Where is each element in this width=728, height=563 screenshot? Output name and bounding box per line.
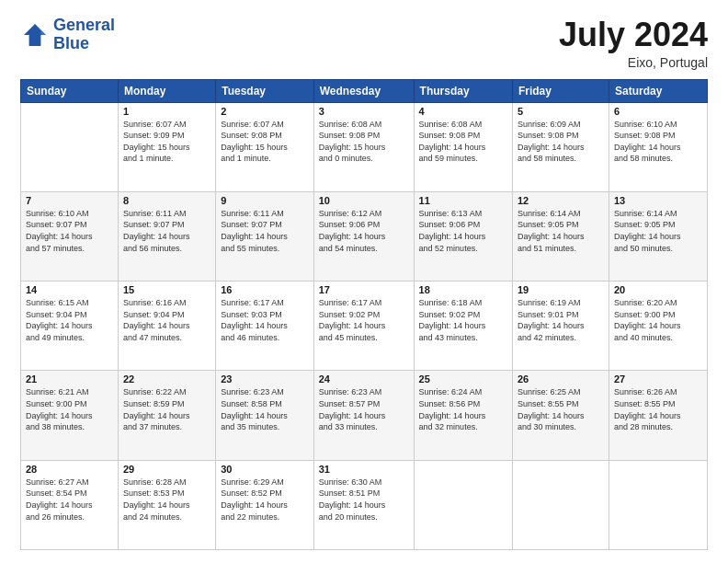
day-info: Sunrise: 6:14 AMSunset: 9:05 PMDaylight:… (614, 208, 702, 254)
calendar-cell: 24Sunrise: 6:23 AMSunset: 8:57 PMDayligh… (313, 371, 414, 460)
day-info: Sunrise: 6:10 AMSunset: 9:07 PMDaylight:… (26, 208, 113, 254)
calendar-cell: 31Sunrise: 6:30 AMSunset: 8:51 PMDayligh… (313, 460, 414, 549)
day-number: 7 (26, 195, 113, 206)
calendar-cell: 27Sunrise: 6:26 AMSunset: 8:55 PMDayligh… (609, 371, 707, 460)
calendar-cell: 25Sunrise: 6:24 AMSunset: 8:56 PMDayligh… (414, 371, 512, 460)
day-info: Sunrise: 6:29 AMSunset: 8:52 PMDaylight:… (221, 477, 309, 523)
weekday-header-tuesday: Tuesday (216, 79, 314, 102)
day-info: Sunrise: 6:27 AMSunset: 8:54 PMDaylight:… (26, 477, 113, 523)
day-info: Sunrise: 6:25 AMSunset: 8:55 PMDaylight:… (518, 386, 604, 432)
day-number: 3 (319, 106, 409, 117)
day-info: Sunrise: 6:19 AMSunset: 9:01 PMDaylight:… (518, 297, 604, 343)
weekday-header-saturday: Saturday (609, 79, 707, 102)
calendar-cell: 20Sunrise: 6:20 AMSunset: 9:00 PMDayligh… (609, 282, 707, 371)
day-number: 24 (319, 373, 409, 385)
day-number: 17 (319, 284, 409, 295)
day-number: 2 (221, 106, 309, 117)
calendar-cell: 11Sunrise: 6:13 AMSunset: 9:06 PMDayligh… (414, 191, 512, 281)
title-block: July 2024 Eixo, Portugal (559, 17, 708, 70)
week-row-3: 14Sunrise: 6:15 AMSunset: 9:04 PMDayligh… (21, 282, 708, 371)
day-number: 1 (123, 106, 210, 117)
day-number: 14 (26, 284, 113, 295)
day-number: 22 (123, 373, 210, 385)
calendar-cell: 30Sunrise: 6:29 AMSunset: 8:52 PMDayligh… (216, 460, 314, 549)
calendar-cell: 19Sunrise: 6:19 AMSunset: 9:01 PMDayligh… (512, 282, 609, 371)
day-number: 25 (419, 373, 507, 385)
calendar-cell: 29Sunrise: 6:28 AMSunset: 8:53 PMDayligh… (118, 460, 215, 549)
calendar-cell: 6Sunrise: 6:10 AMSunset: 9:08 PMDaylight… (609, 102, 707, 191)
calendar-cell: 21Sunrise: 6:21 AMSunset: 9:00 PMDayligh… (21, 371, 119, 460)
logo: General Blue (20, 17, 115, 53)
week-row-2: 7Sunrise: 6:10 AMSunset: 9:07 PMDaylight… (21, 191, 708, 281)
location: Eixo, Portugal (559, 55, 708, 70)
calendar-cell: 9Sunrise: 6:11 AMSunset: 9:07 PMDaylight… (216, 191, 314, 281)
calendar-cell: 4Sunrise: 6:08 AMSunset: 9:08 PMDaylight… (414, 102, 512, 191)
day-number: 15 (123, 284, 210, 295)
day-info: Sunrise: 6:15 AMSunset: 9:04 PMDaylight:… (26, 297, 113, 343)
calendar-cell: 14Sunrise: 6:15 AMSunset: 9:04 PMDayligh… (21, 282, 119, 371)
calendar-cell: 16Sunrise: 6:17 AMSunset: 9:03 PMDayligh… (216, 282, 314, 371)
day-info: Sunrise: 6:12 AMSunset: 9:06 PMDaylight:… (319, 208, 409, 254)
day-info: Sunrise: 6:22 AMSunset: 8:59 PMDaylight:… (123, 386, 210, 432)
calendar-cell: 17Sunrise: 6:17 AMSunset: 9:02 PMDayligh… (313, 282, 414, 371)
calendar-cell: 13Sunrise: 6:14 AMSunset: 9:05 PMDayligh… (609, 191, 707, 281)
day-number: 13 (614, 195, 702, 206)
day-number: 6 (614, 106, 702, 117)
day-number: 30 (221, 464, 309, 475)
day-number: 31 (319, 464, 409, 475)
day-info: Sunrise: 6:13 AMSunset: 9:06 PMDaylight:… (419, 208, 507, 254)
calendar-cell: 26Sunrise: 6:25 AMSunset: 8:55 PMDayligh… (512, 371, 609, 460)
day-info: Sunrise: 6:07 AMSunset: 9:09 PMDaylight:… (123, 119, 210, 165)
page: General Blue July 2024 Eixo, Portugal Su… (0, 0, 728, 563)
day-info: Sunrise: 6:09 AMSunset: 9:08 PMDaylight:… (518, 119, 604, 165)
day-number: 26 (518, 373, 604, 385)
day-info: Sunrise: 6:08 AMSunset: 9:08 PMDaylight:… (419, 119, 507, 165)
weekday-header-friday: Friday (512, 79, 609, 102)
day-number: 19 (518, 284, 604, 295)
calendar-cell: 28Sunrise: 6:27 AMSunset: 8:54 PMDayligh… (21, 460, 119, 549)
day-info: Sunrise: 6:07 AMSunset: 9:08 PMDaylight:… (221, 119, 309, 165)
day-number: 20 (614, 284, 702, 295)
day-info: Sunrise: 6:20 AMSunset: 9:00 PMDaylight:… (614, 297, 702, 343)
day-info: Sunrise: 6:10 AMSunset: 9:08 PMDaylight:… (614, 119, 702, 165)
day-info: Sunrise: 6:17 AMSunset: 9:02 PMDaylight:… (319, 297, 409, 343)
calendar: SundayMondayTuesdayWednesdayThursdayFrid… (20, 79, 708, 550)
week-row-5: 28Sunrise: 6:27 AMSunset: 8:54 PMDayligh… (21, 460, 708, 549)
month-title: July 2024 (559, 17, 708, 53)
calendar-cell (21, 102, 119, 191)
day-info: Sunrise: 6:23 AMSunset: 8:58 PMDaylight:… (221, 386, 309, 432)
day-info: Sunrise: 6:16 AMSunset: 9:04 PMDaylight:… (123, 297, 210, 343)
day-info: Sunrise: 6:24 AMSunset: 8:56 PMDaylight:… (419, 386, 507, 432)
calendar-cell (414, 460, 512, 549)
weekday-header-sunday: Sunday (21, 79, 119, 102)
logo-blue: Blue (53, 34, 89, 52)
day-number: 8 (123, 195, 210, 206)
calendar-cell: 10Sunrise: 6:12 AMSunset: 9:06 PMDayligh… (313, 191, 414, 281)
week-row-4: 21Sunrise: 6:21 AMSunset: 9:00 PMDayligh… (21, 371, 708, 460)
calendar-cell: 1Sunrise: 6:07 AMSunset: 9:09 PMDaylight… (118, 102, 215, 191)
calendar-cell (609, 460, 707, 549)
day-info: Sunrise: 6:14 AMSunset: 9:05 PMDaylight:… (518, 208, 604, 254)
day-info: Sunrise: 6:23 AMSunset: 8:57 PMDaylight:… (319, 386, 409, 432)
calendar-cell: 18Sunrise: 6:18 AMSunset: 9:02 PMDayligh… (414, 282, 512, 371)
day-info: Sunrise: 6:28 AMSunset: 8:53 PMDaylight:… (123, 477, 210, 523)
calendar-cell: 8Sunrise: 6:11 AMSunset: 9:07 PMDaylight… (118, 191, 215, 281)
calendar-cell: 3Sunrise: 6:08 AMSunset: 9:08 PMDaylight… (313, 102, 414, 191)
calendar-cell: 7Sunrise: 6:10 AMSunset: 9:07 PMDaylight… (21, 191, 119, 281)
logo-text: General Blue (53, 17, 115, 53)
day-number: 12 (518, 195, 604, 206)
day-number: 5 (518, 106, 604, 117)
day-number: 4 (419, 106, 507, 117)
day-number: 27 (614, 373, 702, 385)
calendar-cell: 15Sunrise: 6:16 AMSunset: 9:04 PMDayligh… (118, 282, 215, 371)
calendar-cell: 12Sunrise: 6:14 AMSunset: 9:05 PMDayligh… (512, 191, 609, 281)
weekday-header-monday: Monday (118, 79, 215, 102)
day-info: Sunrise: 6:18 AMSunset: 9:02 PMDaylight:… (419, 297, 507, 343)
day-number: 9 (221, 195, 309, 206)
day-info: Sunrise: 6:21 AMSunset: 9:00 PMDaylight:… (26, 386, 113, 432)
day-info: Sunrise: 6:11 AMSunset: 9:07 PMDaylight:… (221, 208, 309, 254)
day-number: 16 (221, 284, 309, 295)
calendar-cell: 2Sunrise: 6:07 AMSunset: 9:08 PMDaylight… (216, 102, 314, 191)
weekday-header-row: SundayMondayTuesdayWednesdayThursdayFrid… (21, 79, 708, 102)
day-info: Sunrise: 6:30 AMSunset: 8:51 PMDaylight:… (319, 477, 409, 523)
